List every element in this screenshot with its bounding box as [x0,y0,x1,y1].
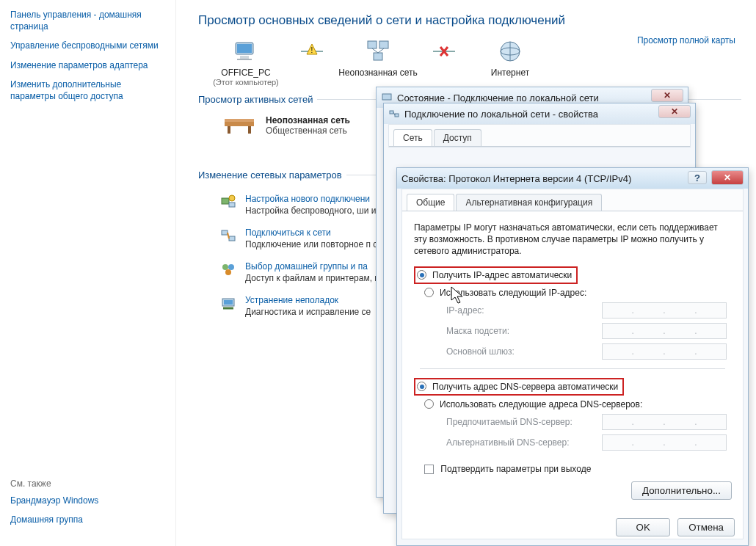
svg-rect-18 [225,122,254,126]
svg-line-11 [378,48,384,53]
active-network-name: Неопознанная сеть [266,115,350,125]
sidebar-link-firewall[interactable]: Брандмауэр Windows [10,495,98,506]
ipv4-info-text: Параметры IP могут назначаться автоматич… [414,222,731,258]
sidebar-link-adapter[interactable]: Изменение параметров адаптера [10,59,165,71]
svg-rect-21 [225,119,254,122]
svg-rect-25 [222,230,228,235]
svg-rect-1 [237,44,252,53]
svg-rect-34 [382,94,391,100]
ip-address-label: IP-адрес: [446,305,593,316]
new-connection-icon [220,194,236,210]
node-pc-sub: (Этот компьютер) [198,78,294,87]
radio-ip-auto[interactable] [417,270,426,280]
homegroup-icon [220,261,236,277]
node-internet: Интернет [462,38,558,78]
ipv4-properties-window: Свойства: Протокол Интернета версии 4 (T… [396,167,749,546]
radio-ip-auto-label: Получить IP-адрес автоматически [432,270,572,280]
page-title: Просмотр основных сведений о сети и наст… [198,13,741,28]
cancel-button[interactable]: Отмена [677,518,735,536]
network-icon [365,38,391,65]
svg-rect-26 [229,236,235,241]
svg-rect-8 [379,41,388,48]
svg-point-29 [228,264,234,270]
node-internet-label: Интернет [462,68,558,78]
tab-network[interactable]: Сеть [393,129,432,146]
window-title: Подключение по локальной сети - свойства [404,109,598,120]
svg-rect-19 [228,126,230,134]
svg-rect-36 [395,114,399,117]
task-title: Устранение неполадок [245,295,371,305]
node-pc-label: OFFICE_PC [198,68,294,78]
svg-rect-32 [224,300,233,305]
svg-point-28 [222,264,228,270]
subnet-mask-input: ... [602,323,727,339]
radio-dns-manual[interactable] [424,399,434,409]
close-button[interactable]: ✕ [651,89,683,102]
ipv4-tabs: Общие Альтернативная конфигурация [402,189,743,211]
radio-dns-auto[interactable] [417,382,426,391]
window-icon [381,92,393,103]
tab-general[interactable]: Общие [407,194,454,211]
computer-icon [233,38,259,65]
ip-address-input: ... [602,302,727,318]
tab-alternate[interactable]: Альтернативная конфигурация [456,194,602,211]
gateway-label: Основной шлюз: [446,346,593,357]
troubleshoot-icon [220,295,236,311]
bench-icon [223,116,255,135]
node-unknown-label: Неопознанная сеть [330,68,426,78]
subnet-mask-label: Маска подсети: [446,326,593,336]
connector-fail-icon [426,38,462,65]
connect-icon [220,228,236,244]
sidebar-link-homegroup[interactable]: Домашняя группа [10,514,98,525]
window-icon [388,108,400,120]
close-button[interactable]: ✕ [711,170,744,185]
radio-ip-manual[interactable] [424,288,434,297]
svg-rect-22 [222,198,229,204]
sidebar-home[interactable]: Панель управления - домашняя страница [10,9,165,32]
node-unknown-network: Неопознанная сеть [330,38,426,78]
svg-rect-7 [368,41,377,48]
task-desc: Диагностика и исправление се [245,307,371,317]
dns2-label: Альтернативный DNS-сервер: [446,437,593,448]
svg-rect-3 [237,59,252,60]
view-full-map-link[interactable]: Просмотр полной карты [637,35,735,46]
svg-point-30 [225,269,231,275]
advanced-button[interactable]: Дополнительно... [631,481,732,500]
highlight-dns-auto: Получить адрес DNS-сервера автоматически [414,378,624,396]
svg-rect-20 [248,126,251,134]
sidebar-link-sharing[interactable]: Изменить дополнительные параметры общего… [10,79,165,102]
radio-dns-auto-label: Получить адрес DNS-сервера автоматически [432,382,618,392]
dns1-input: ... [602,414,727,430]
sidebar: Панель управления - домашняя страница Уп… [0,0,176,546]
confirm-on-exit-row[interactable]: Подтвердить параметры при выходе [424,464,731,474]
window-title: Свойства: Протокол Интернета версии 4 (T… [401,173,631,184]
highlight-ip-auto: Получить IP-адрес автоматически [414,266,578,284]
see-also-label: См. также [10,478,98,489]
connector-warn-icon: ! [294,38,330,65]
svg-rect-35 [390,111,393,114]
svg-rect-24 [229,203,235,207]
lanprops-tabs: Сеть Доступ [389,125,690,147]
tab-access[interactable]: Доступ [434,129,481,146]
radio-ip-manual-label: Использовать следующий IP-адрес: [440,288,586,298]
svg-rect-9 [374,53,382,60]
window-title: Состояние - Подключение по локальной сет… [397,92,599,103]
confirm-label: Подтвердить параметры при выходе [440,464,591,474]
dns1-label: Предпочитаемый DNS-сервер: [446,417,593,427]
svg-rect-2 [240,56,249,59]
close-button[interactable]: ✕ [658,105,691,118]
dns2-input: ... [602,434,727,451]
gateway-input: ... [602,343,727,360]
svg-line-10 [372,48,378,53]
svg-line-27 [228,233,229,239]
ok-button[interactable]: OK [616,518,670,536]
svg-point-23 [229,195,235,201]
help-button[interactable]: ? [688,171,707,184]
svg-text:!: ! [311,46,313,54]
globe-icon [497,38,523,65]
confirm-checkbox[interactable] [424,465,434,474]
sidebar-link-wireless[interactable]: Управление беспроводными сетями [10,40,165,51]
radio-dns-manual-label: Использовать следующие адреса DNS-сервер… [440,399,642,410]
node-this-pc: OFFICE_PC (Этот компьютер) [198,38,294,87]
active-network-type: Общественная сеть [266,125,350,136]
